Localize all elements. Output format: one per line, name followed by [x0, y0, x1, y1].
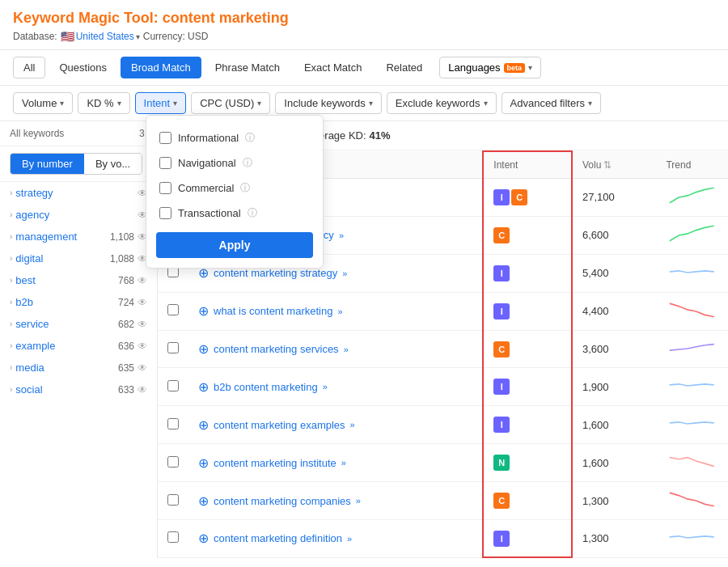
trend-cell [656, 330, 728, 368]
row-checkbox[interactable] [167, 531, 179, 543]
volume-filter[interactable]: Volume ▾ [13, 92, 73, 114]
volume-column-header[interactable]: Volu⇅ [572, 151, 656, 179]
table-row: ⊕ b2b content marketing » I 1,900 [158, 368, 728, 406]
keyword-arrows: » [323, 382, 328, 391]
row-checkbox[interactable] [167, 494, 179, 506]
tab-related[interactable]: Related [375, 57, 433, 78]
sidebar-item[interactable]: › social 633 👁 [0, 379, 157, 400]
transactional-checkbox[interactable] [159, 207, 171, 219]
volume-cell: 3,600 [572, 330, 656, 368]
intent-badge-i: I [493, 531, 510, 547]
sidebar-item[interactable]: › management 1,108 👁 [0, 226, 157, 248]
add-keyword-icon[interactable]: ⊕ [198, 379, 209, 395]
eye-icon[interactable]: 👁 [138, 319, 147, 330]
intent-commercial-option[interactable]: Commercial ⓘ [156, 176, 313, 201]
trend-cell [656, 520, 728, 558]
sidebar-item[interactable]: › strategy 👁 [0, 182, 157, 204]
intent-cell: I [483, 406, 572, 444]
volume-cell: 4,400 [572, 292, 656, 330]
content-area: All keywords 3, By number By vo... › str… [0, 121, 728, 558]
sidebar-item[interactable]: › service 682 👁 [0, 313, 157, 335]
keyword-link[interactable]: b2b content marketing [214, 381, 318, 393]
info-icon-com: ⓘ [240, 181, 250, 195]
tab-exact-match[interactable]: Exact Match [294, 57, 373, 78]
intent-cell: N [483, 444, 572, 482]
intent-badge-i: I [493, 189, 510, 205]
subtitle: Database: 🇺🇸 United States ▾ Currency: U… [13, 30, 715, 43]
add-keyword-icon[interactable]: ⊕ [198, 531, 209, 546]
intent-transactional-option[interactable]: Transactional ⓘ [156, 201, 313, 226]
intent-cell: IC [483, 179, 572, 217]
navigational-checkbox[interactable] [159, 157, 171, 169]
add-keyword-icon[interactable]: ⊕ [198, 455, 209, 471]
commercial-checkbox[interactable] [159, 182, 171, 194]
sidebar-item[interactable]: › media 635 👁 [0, 357, 157, 379]
keyword-link[interactable]: content marketing institute [214, 457, 336, 469]
trend-column-header[interactable]: Trend [656, 151, 728, 179]
info-icon-trans: ⓘ [248, 206, 257, 220]
apply-button[interactable]: Apply [156, 232, 313, 258]
cpc-filter[interactable]: CPC (USD) ▾ [191, 92, 270, 114]
include-keywords-filter[interactable]: Include keywords ▾ [275, 92, 381, 114]
intent-badge-i: I [493, 379, 510, 395]
add-keyword-icon[interactable]: ⊕ [198, 493, 209, 509]
sidebar-item[interactable]: › example 636 👁 [0, 335, 157, 357]
intent-navigational-option[interactable]: Navigational ⓘ [156, 150, 313, 176]
page-container: Keyword Magic Tool: content marketing Da… [0, 0, 728, 558]
add-keyword-icon[interactable]: ⊕ [198, 341, 209, 357]
by-value-button[interactable]: By vo... [84, 154, 142, 174]
sidebar-item[interactable]: › digital 1,088 👁 [0, 248, 157, 269]
keyword-arrows: » [342, 269, 347, 278]
keyword-arrows: » [337, 307, 342, 316]
query-text: content marketing [163, 10, 289, 26]
keyword-link[interactable]: content marketing services [214, 343, 339, 355]
informational-checkbox[interactable] [159, 132, 171, 144]
eye-icon[interactable]: 👁 [138, 341, 147, 352]
trend-cell [656, 482, 728, 520]
keyword-cell: ⊕ content marketing companies » [188, 482, 483, 520]
tab-questions[interactable]: Questions [49, 57, 117, 78]
eye-icon[interactable]: 👁 [138, 362, 147, 374]
tab-broad-match[interactable]: Broad Match [121, 57, 201, 78]
eye-icon[interactable]: 👁 [138, 384, 147, 396]
languages-button[interactable]: Languages beta ▾ [439, 57, 541, 78]
intent-filter[interactable]: Intent ▾ [135, 92, 187, 114]
row-checkbox[interactable] [167, 304, 179, 315]
eye-icon[interactable]: 👁 [138, 297, 147, 308]
keyword-link[interactable]: content marketing strategy [214, 267, 337, 279]
row-checkbox[interactable] [167, 418, 179, 429]
keyword-cell: ⊕ b2b content marketing » [188, 368, 483, 406]
row-checkbox[interactable] [167, 342, 179, 353]
intent-column-header[interactable]: Intent [483, 151, 572, 179]
row-checkbox[interactable] [167, 456, 179, 468]
add-keyword-icon[interactable]: ⊕ [198, 303, 209, 319]
tab-all[interactable]: All [13, 57, 45, 78]
keyword-link[interactable]: content marketing examples [214, 419, 345, 431]
keyword-link[interactable]: content marketing definition [214, 532, 342, 544]
intent-informational-option[interactable]: Informational ⓘ [156, 125, 313, 150]
filters-bar: Volume ▾ KD % ▾ Intent ▾ CPC (USD) ▾ Inc… [0, 86, 728, 121]
sidebar-item[interactable]: › best 768 👁 [0, 269, 157, 291]
add-keyword-icon[interactable]: ⊕ [198, 417, 209, 433]
row-checkbox[interactable] [167, 380, 179, 391]
keyword-cell: ⊕ content marketing definition » [188, 520, 483, 558]
intent-cell: I [483, 368, 572, 406]
eye-icon[interactable]: 👁 [138, 275, 147, 286]
intent-badge-c: C [493, 493, 510, 509]
info-icon: ⓘ [245, 131, 255, 145]
keyword-link[interactable]: content marketing companies [214, 495, 351, 507]
tab-phrase-match[interactable]: Phrase Match [205, 57, 290, 78]
intent-badge-n: N [493, 455, 510, 471]
sidebar-item[interactable]: › agency 👁 [0, 204, 157, 226]
volume-cell: 1,600 [572, 444, 656, 482]
exclude-keywords-filter[interactable]: Exclude keywords ▾ [387, 92, 497, 114]
kd-filter[interactable]: KD % ▾ [78, 92, 129, 114]
advanced-filters-button[interactable]: Advanced filters ▾ [502, 92, 602, 114]
table-row: ⊕ content marketing institute » N 1,600 [158, 444, 728, 482]
sidebar-item[interactable]: › b2b 724 👁 [0, 291, 157, 313]
volume-cell: 1,600 [572, 406, 656, 444]
database-selector[interactable]: 🇺🇸 United States ▾ [61, 30, 140, 43]
trend-cell [656, 444, 728, 482]
keyword-link[interactable]: what is content marketing [214, 305, 332, 317]
by-number-button[interactable]: By number [11, 154, 84, 174]
